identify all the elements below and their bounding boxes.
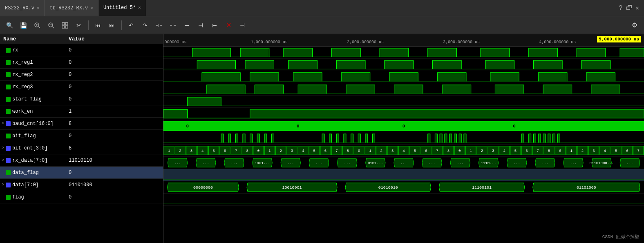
svg-text:0101...: 0101... — [368, 161, 383, 165]
misc-button[interactable]: ⊣ — [236, 20, 248, 31]
svg-text:2: 2 — [380, 149, 382, 153]
pipe-button[interactable]: ⊢ — [181, 20, 193, 31]
svg-text:2: 2 — [481, 149, 483, 153]
waveform-row[interactable] — [163, 96, 644, 108]
signal-expand-icon[interactable]: > — [0, 158, 6, 163]
signal-row[interactable]: work_en1 — [0, 105, 163, 118]
signal-row[interactable]: >baud_cnt[16:0]8 — [0, 118, 163, 130]
svg-text:0: 0 — [402, 124, 405, 129]
signal-name-label: baud_cnt[16:0] — [12, 121, 65, 127]
waveform-row[interactable]: 1234567801234567801234567801234567801234… — [163, 145, 644, 157]
digital-signal-icon — [6, 60, 11, 65]
waveform-row[interactable] — [163, 83, 644, 96]
svg-text:...: ... — [626, 161, 633, 165]
digital-signal-icon — [6, 85, 11, 89]
signal-value-label: 0 — [65, 170, 163, 176]
step-fwd-button[interactable]: ⏭ — [106, 20, 118, 31]
signal-expand-icon[interactable]: > — [0, 146, 6, 150]
waveform-row[interactable] — [163, 71, 644, 83]
zoom-out-button[interactable] — [45, 20, 57, 31]
signal-list[interactable]: rx0rx_reg10rx_reg20rx_reg30start_flag0wo… — [0, 44, 163, 243]
svg-rect-26 — [163, 109, 188, 118]
tab-tb-rs232-rx-close[interactable]: ✕ — [90, 5, 93, 11]
save-button[interactable]: 💾 — [17, 20, 29, 31]
sub-signal-button[interactable] — [167, 20, 179, 31]
search-button[interactable]: 🔍 — [3, 20, 16, 31]
svg-text:7: 7 — [335, 149, 338, 153]
signal-row[interactable]: rx_reg10 — [0, 56, 163, 69]
signal-row[interactable]: >bit_cnt[3:0]8 — [0, 142, 163, 154]
svg-text:1001...: 1001... — [255, 161, 270, 165]
tab-untitled5-close[interactable]: ✕ — [138, 5, 141, 10]
signal-expand-icon[interactable]: > — [0, 121, 6, 126]
zoom-in-button[interactable] — [31, 20, 43, 31]
svg-text:...: ... — [203, 161, 209, 165]
waveform-row[interactable] — [163, 194, 644, 206]
bus-signal-icon — [6, 146, 11, 151]
signal-row[interactable]: rx_reg20 — [0, 69, 163, 81]
signal-expand-icon[interactable]: > — [0, 183, 6, 187]
prev-button[interactable]: ↶ — [125, 20, 137, 31]
delete-cursor-button[interactable]: ✕ — [222, 20, 235, 31]
signal-name-label: rx_reg3 — [12, 84, 65, 90]
signal-row[interactable]: start_flag0 — [0, 93, 163, 105]
svg-text:7: 7 — [235, 149, 237, 153]
waveform-row[interactable] — [163, 59, 644, 71]
time-ruler-label: 1,000.000000 us — [251, 40, 288, 45]
svg-text:0: 0 — [513, 124, 516, 129]
signal-row[interactable]: flag0 — [0, 191, 163, 203]
tab-rs232-rx[interactable]: RS232_RX.v ✕ — [0, 0, 45, 16]
signal-row[interactable]: bit_flag0 — [0, 130, 163, 142]
svg-text:3: 3 — [593, 149, 595, 153]
time-ruler-label: 0.000000 us — [163, 40, 187, 45]
tab-tb-rs232-rx[interactable]: tb_RS232_RX.v ✕ — [45, 0, 98, 16]
svg-rect-10 — [65, 26, 68, 28]
svg-text:4: 4 — [604, 149, 606, 153]
waveform-row[interactable]: .........1001............0101...........… — [163, 157, 644, 169]
digital-signal-icon — [6, 72, 11, 77]
signal-row[interactable]: rx0 — [0, 44, 163, 56]
svg-text:3: 3 — [492, 149, 494, 153]
add-signal-button[interactable] — [153, 20, 165, 31]
next-button[interactable]: ↷ — [139, 20, 151, 31]
signal-row[interactable]: >rx_data[7:0]11010110 — [0, 154, 163, 167]
svg-rect-9 — [62, 26, 65, 28]
svg-text:1: 1 — [369, 149, 371, 153]
svg-text:10010001: 10010001 — [282, 186, 302, 190]
waveform-row[interactable]: 0000000010010001010100101110010101101000 — [163, 181, 644, 194]
settings-button[interactable]: ⚙ — [628, 20, 641, 31]
waveform-row[interactable]: 0000 — [163, 120, 644, 132]
svg-text:7: 7 — [436, 149, 438, 153]
close-window-icon[interactable]: ✕ — [636, 4, 639, 11]
help-icon[interactable]: ? — [619, 4, 623, 12]
pipe3-button[interactable]: ⊢ — [208, 20, 221, 31]
svg-text:1: 1 — [268, 149, 271, 153]
waveform-row[interactable] — [163, 47, 644, 59]
svg-text:4: 4 — [503, 149, 505, 153]
signal-panel: Name Value rx0rx_reg10rx_reg20rx_reg30st… — [0, 34, 163, 243]
waveform-row[interactable] — [163, 169, 644, 181]
restore-icon[interactable]: 🗗 — [626, 4, 633, 12]
svg-text:0: 0 — [186, 124, 189, 129]
waveform-row[interactable] — [163, 108, 644, 120]
waveform-row[interactable] — [163, 132, 644, 145]
waveforms-area[interactable]: 0000123456780123456780123456780123456780… — [163, 47, 644, 243]
svg-text:2: 2 — [581, 149, 584, 153]
fit-button[interactable] — [59, 20, 71, 31]
signal-value-label: 01101000 — [65, 182, 163, 188]
signal-name-label: bit_cnt[3:0] — [12, 145, 65, 151]
digital-signal-icon — [6, 48, 11, 53]
signal-row[interactable]: rx_reg30 — [0, 81, 163, 93]
tab-untitled5[interactable]: Untitled 5* ✕ — [98, 0, 146, 16]
tab-rs232-rx-close[interactable]: ✕ — [37, 5, 40, 11]
pipe2-button[interactable]: ⊣ — [195, 20, 207, 31]
cut-button[interactable]: ✂ — [73, 20, 85, 31]
tab-rs232-rx-label: RS232_RX.v — [5, 5, 34, 11]
bus-signal-icon — [6, 121, 11, 126]
svg-text:0: 0 — [358, 149, 360, 153]
svg-text:00000000: 00000000 — [193, 186, 213, 190]
signal-row[interactable]: data_flag0 — [0, 167, 163, 179]
signal-row[interactable]: >data[7:0]01101000 — [0, 179, 163, 191]
step-back-button[interactable]: ⏮ — [92, 20, 104, 31]
time-ruler-label: 3,000.000000 us — [443, 40, 480, 45]
